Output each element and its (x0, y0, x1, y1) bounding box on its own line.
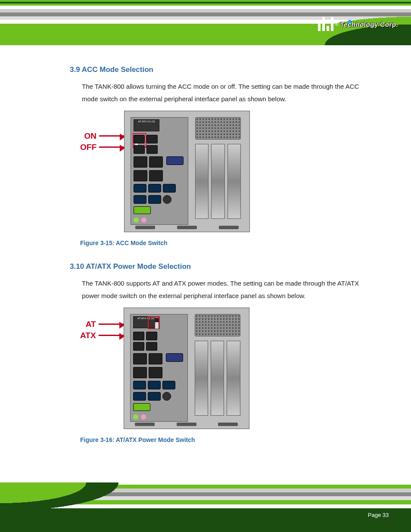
figure-caption-acc: Figure 3-15: ACC Mode Switch (80, 237, 368, 249)
page-number: Page 33 (365, 510, 391, 520)
logo-dot-icon (348, 20, 352, 23)
callout-off: OFF (80, 142, 124, 153)
vent-grille-icon (195, 117, 241, 140)
arrow-icon (99, 135, 124, 137)
audio-jack-pink-icon (141, 414, 146, 420)
figure-acc-switch: ON OFF AT ATX O1 O2 (80, 111, 368, 232)
audio-jack-pink-icon (141, 218, 146, 223)
audio-jack-green-icon (134, 218, 139, 223)
io-panel: AT ATX O1 O2 (130, 314, 188, 422)
figure-caption-power: Figure 3-16: AT/ATX Power Mode Switch (80, 434, 368, 446)
footer-decor (0, 482, 181, 532)
io-panel: AT ATX O1 O2 (131, 117, 188, 225)
vga-port-icon (166, 353, 183, 362)
arrow-icon (99, 324, 124, 325)
page-footer: Page 33 (0, 482, 411, 532)
vga-port-icon (166, 156, 184, 165)
device-panel-illustration: AT ATX O1 O2 (124, 308, 249, 429)
section-title-power: 3.10 AT/ATX Power Mode Selection (70, 259, 368, 274)
terminal-block-icon (134, 206, 151, 214)
device-panel-illustration: AT ATX O1 O2 (124, 111, 250, 232)
arrow-icon (99, 335, 124, 336)
device-feet (124, 423, 249, 426)
brand-registered: ® (335, 22, 338, 27)
expansion-slots (195, 341, 240, 416)
callouts-power: AT ATX (80, 308, 124, 341)
callout-atx-label: ATX (80, 327, 96, 343)
ps2-port-icon (162, 392, 171, 401)
switch-legend: AT ATX O1 O2 (134, 119, 159, 131)
vent-grille-icon (195, 314, 240, 336)
figure-power-switch: AT ATX AT ATX O1 O2 (80, 308, 368, 429)
paragraph-power: The TANK-800 supports AT and ATX power m… (82, 277, 368, 302)
expansion-slots (195, 144, 241, 219)
paragraph-acc: The TANK-800 allows turning the ACC mode… (82, 80, 368, 106)
section-title-acc: 3.9 ACC Mode Selection (70, 62, 368, 77)
page-header: ® Technology Corp. (0, 0, 411, 45)
ps2-port-icon (163, 195, 171, 204)
callout-atx: ATX (80, 330, 124, 341)
logo-bars-icon (318, 17, 333, 31)
callouts-acc: ON OFF (80, 111, 124, 153)
device-feet (125, 226, 249, 229)
highlight-box-icon (148, 316, 160, 329)
arrow-icon (99, 146, 124, 148)
audio-jack-green-icon (133, 414, 138, 420)
terminal-block-icon (133, 403, 150, 411)
atx-switch-icon (155, 317, 159, 329)
page-content: 3.9 ACC Mode Selection The TANK-800 allo… (0, 45, 411, 446)
callout-off-label: OFF (80, 139, 97, 155)
brand-logo: ® Technology Corp. (318, 17, 398, 31)
